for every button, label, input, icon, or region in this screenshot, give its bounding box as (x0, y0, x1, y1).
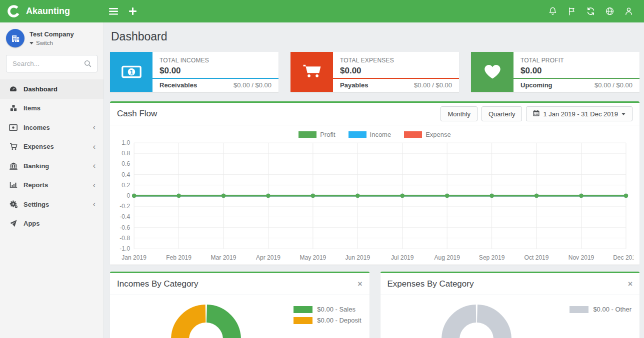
date-range-label: 1 Jan 2019 - 31 Dec 2019 (543, 110, 618, 118)
user-icon[interactable] (619, 0, 638, 22)
company-avatar (6, 29, 24, 47)
bank-icon (9, 162, 18, 170)
bar-chart-icon (9, 181, 18, 189)
incomes-by-category-title: Incomes By Category (117, 279, 198, 289)
sidebar: Test Company Switch Da (0, 22, 104, 338)
cash-flow-legend: Profit Income Expense (116, 127, 634, 139)
total-profit-card[interactable]: TOTAL PROFIT $0.00 Upcoming $0.00 / $0.0… (471, 52, 640, 92)
search-icon[interactable] (84, 60, 92, 69)
hamburger-menu-icon[interactable] (104, 0, 123, 22)
svg-text:1.0: 1.0 (122, 139, 130, 146)
expenses-legend: $0.00 - Other (570, 306, 632, 313)
sidebar-item-reports[interactable]: Reports ‹ (0, 176, 104, 195)
sidebar-item-label: Banking (24, 162, 49, 170)
date-range-button[interactable]: 1 Jan 2019 - 31 Dec 2019 (526, 106, 632, 121)
main-content: Dashboard 1 TOTAL INCOMES $0.00 Receivab… (104, 22, 644, 338)
svg-text:-1.0: -1.0 (120, 245, 130, 252)
legend-item-profit: Profit (298, 131, 335, 138)
svg-text:Dec 2019: Dec 2019 (613, 254, 634, 261)
incomes-legend: $0.00 - Sales $0.00 - Deposit (294, 306, 361, 324)
globe-icon[interactable] (600, 0, 619, 22)
company-switch-button[interactable]: Switch (30, 40, 74, 46)
incomes-donut-chart (171, 305, 241, 338)
sidebar-item-label: Settings (24, 201, 49, 208)
stat-amount: $0.00 (160, 66, 272, 76)
akaunting-logo-icon (6, 4, 21, 18)
sidebar-item-label: Dashboard (24, 85, 58, 93)
close-icon[interactable]: × (628, 280, 632, 288)
switch-label: Switch (36, 40, 53, 46)
svg-text:-0.6: -0.6 (120, 224, 130, 231)
total-expenses-card[interactable]: TOTAL EXPENSES $0.00 Payables $0.00 / $0… (290, 52, 459, 92)
cart-icon (9, 143, 18, 150)
refresh-icon[interactable] (581, 0, 600, 22)
sidebar-item-banking[interactable]: Banking ‹ (0, 156, 104, 176)
stat-footer-label: Upcoming (520, 81, 552, 89)
chevron-left-icon: ‹ (93, 162, 96, 170)
chevron-left-icon: ‹ (93, 181, 96, 189)
heart-icon (471, 52, 514, 92)
svg-text:Feb 2019: Feb 2019 (166, 254, 192, 261)
sidebar-item-label: Expenses (24, 143, 54, 150)
quarterly-button[interactable]: Quarterly (482, 106, 522, 121)
svg-text:Nov 2019: Nov 2019 (568, 254, 594, 261)
stat-footer-value: $0.00 / $0.00 (234, 81, 272, 89)
legend-item-income: Income (348, 131, 392, 138)
notifications-bell-icon[interactable] (543, 0, 562, 22)
total-incomes-card[interactable]: 1 TOTAL INCOMES $0.00 Receivables $0.00 … (110, 52, 278, 92)
stat-label: TOTAL EXPENSES (340, 57, 452, 64)
svg-text:-0.2: -0.2 (120, 203, 130, 210)
sidebar-item-expenses[interactable]: Expenses ‹ (0, 137, 104, 157)
svg-text:0.8: 0.8 (122, 150, 130, 157)
svg-text:Jul 2019: Jul 2019 (391, 254, 414, 261)
sidebar-item-items[interactable]: Items (0, 99, 104, 118)
sidebar-item-dashboard[interactable]: Dashboard (0, 79, 104, 99)
close-icon[interactable]: × (358, 280, 362, 288)
brand[interactable]: Akaunting (0, 4, 104, 18)
stat-label: TOTAL INCOMES (160, 57, 272, 64)
incomes-by-category-panel: Incomes By Category × $0.00 - Sales $0.0… (110, 272, 370, 338)
shopping-cart-icon (290, 52, 333, 92)
cash-flow-chart: 1.00.80.60.40.20-0.2-0.4-0.6-0.8-1.0Jan … (116, 139, 634, 264)
svg-text:Oct 2019: Oct 2019 (524, 254, 549, 261)
chevron-left-icon: ‹ (93, 143, 96, 151)
expenses-by-category-panel: Expenses By Category × $0.00 - Other (380, 272, 640, 338)
svg-text:Mar 2019: Mar 2019 (211, 254, 236, 261)
stat-footer-value: $0.00 / $0.00 (414, 81, 452, 89)
svg-text:Apr 2019: Apr 2019 (256, 254, 280, 261)
akaunting-app: Akaunting (0, 0, 644, 338)
legend-item-expense: Expense (404, 131, 451, 138)
monthly-button[interactable]: Monthly (440, 106, 478, 121)
sidebar-item-settings[interactable]: Settings ‹ (0, 195, 104, 214)
top-navbar: Akaunting (0, 0, 644, 22)
legend-item-other: $0.00 - Other (570, 306, 632, 313)
page-title: Dashboard (111, 30, 640, 43)
quick-add-plus-icon[interactable] (123, 0, 142, 22)
svg-text:Jan 2019: Jan 2019 (122, 254, 146, 261)
money-bill-icon: 1 (110, 52, 152, 92)
legend-item-sales: $0.00 - Sales (294, 306, 361, 313)
flag-icon[interactable] (562, 0, 581, 22)
expenses-donut-chart (442, 305, 512, 338)
brand-title: Akaunting (26, 6, 70, 16)
chevron-left-icon: ‹ (93, 123, 96, 131)
cubes-icon (9, 104, 18, 112)
svg-text:Sep 2019: Sep 2019 (479, 254, 505, 261)
stat-cards-row: 1 TOTAL INCOMES $0.00 Receivables $0.00 … (110, 52, 640, 92)
sidebar-item-label: Incomes (24, 124, 50, 131)
company-name: Test Company (30, 30, 74, 38)
tachometer-icon (9, 85, 18, 93)
legend-item-deposit: $0.00 - Deposit (294, 317, 361, 324)
stat-label: TOTAL PROFIT (520, 57, 632, 64)
stat-amount: $0.00 (340, 66, 452, 76)
sidebar-item-incomes[interactable]: Incomes ‹ (0, 118, 104, 137)
sidebar-item-apps[interactable]: Apps (0, 214, 104, 234)
svg-text:0.4: 0.4 (122, 171, 130, 178)
sidebar-menu: Dashboard Items Incomes ‹ (0, 79, 104, 233)
svg-text:0.2: 0.2 (122, 182, 130, 189)
stat-amount: $0.00 (520, 66, 632, 76)
chevron-left-icon: ‹ (93, 200, 96, 208)
cash-flow-title: Cash Flow (117, 109, 157, 119)
calendar-icon (533, 110, 540, 118)
company-switcher[interactable]: Test Company Switch (0, 22, 104, 52)
